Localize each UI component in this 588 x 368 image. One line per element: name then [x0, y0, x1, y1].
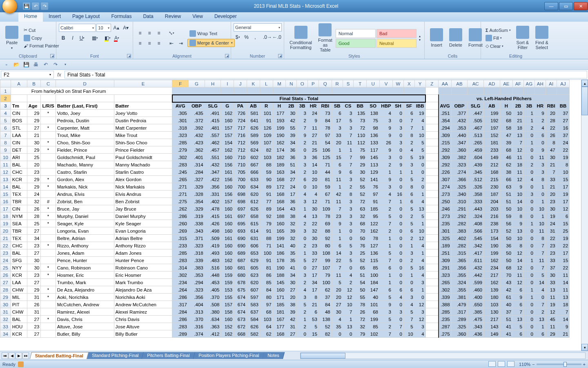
- cell[interactable]: 9: [513, 220, 524, 227]
- cell[interactable]: 160: [221, 227, 234, 235]
- cell[interactable]: *: [41, 183, 56, 191]
- cell[interactable]: 63: [354, 205, 367, 213]
- cell[interactable]: 6: [513, 330, 524, 338]
- cell[interactable]: 17: [557, 198, 570, 205]
- cell[interactable]: 50: [354, 286, 367, 294]
- cell[interactable]: [41, 323, 56, 330]
- cell[interactable]: CHW: [11, 286, 27, 294]
- cell[interactable]: .479: [451, 301, 468, 308]
- column-label[interactable]: HBP: [380, 102, 393, 110]
- cell[interactable]: 4: [392, 294, 403, 301]
- cell[interactable]: 203: [483, 205, 500, 213]
- cell[interactable]: 30: [308, 235, 319, 242]
- cell[interactable]: 19: [546, 213, 557, 220]
- cell[interactable]: 11: [546, 294, 557, 301]
- cell[interactable]: [468, 88, 484, 95]
- cell[interactable]: .566: [468, 227, 484, 235]
- scroll-thumb[interactable]: [581, 87, 588, 115]
- cell[interactable]: 5: [403, 154, 414, 161]
- cell[interactable]: 5: [403, 264, 414, 272]
- cell[interactable]: 91: [260, 117, 273, 124]
- cell[interactable]: .422: [205, 176, 221, 183]
- cell[interactable]: DET: [11, 146, 27, 154]
- cell[interactable]: KCR: [11, 330, 27, 338]
- cell[interactable]: 30: [27, 139, 41, 146]
- cell[interactable]: .285: [172, 249, 189, 257]
- cell[interactable]: 101: [367, 301, 380, 308]
- cell[interactable]: .286: [172, 294, 189, 301]
- cell[interactable]: 7: [343, 154, 354, 161]
- cell[interactable]: 0: [343, 235, 354, 242]
- cell[interactable]: LAA: [11, 279, 27, 286]
- row-header[interactable]: 1: [0, 88, 11, 95]
- cell[interactable]: 27: [557, 117, 570, 124]
- vertical-scrollbar[interactable]: ▴ ▾: [581, 80, 588, 351]
- cell[interactable]: 9: [380, 176, 393, 183]
- cell[interactable]: 0: [392, 235, 403, 242]
- cell[interactable]: Pence, Hunter: [56, 257, 114, 264]
- cell[interactable]: 27: [286, 286, 297, 294]
- cell[interactable]: From harleybk3 on Strat Fan Forum: [11, 88, 172, 95]
- cell[interactable]: 85: [367, 323, 380, 330]
- cell[interactable]: 30: [308, 205, 319, 213]
- row-header[interactable]: 3: [0, 102, 11, 110]
- cell[interactable]: 29: [27, 117, 41, 124]
- cell[interactable]: 24: [546, 220, 557, 227]
- cell[interactable]: 14: [308, 161, 319, 168]
- cell[interactable]: .325: [451, 323, 468, 330]
- cell[interactable]: Matt Carpenter: [114, 124, 172, 132]
- cell[interactable]: 10: [513, 191, 524, 198]
- cell[interactable]: Ramirez, Alexei: [56, 308, 114, 316]
- cell[interactable]: 3: [380, 154, 393, 161]
- cell[interactable]: .271: [172, 191, 189, 198]
- cell[interactable]: 168: [273, 176, 286, 183]
- cell[interactable]: .283: [172, 257, 189, 264]
- cell[interactable]: *: [41, 213, 56, 220]
- column-label[interactable]: Batter: [114, 102, 172, 110]
- cell[interactable]: 153: [221, 286, 234, 294]
- cell[interactable]: 152: [221, 323, 234, 330]
- cell[interactable]: [425, 139, 438, 146]
- cell[interactable]: 1: [535, 198, 546, 205]
- cell[interactable]: [380, 88, 393, 95]
- cell[interactable]: MIL: [11, 294, 27, 301]
- cell[interactable]: 25: [308, 146, 319, 154]
- cell[interactable]: .302: [172, 154, 189, 161]
- cell[interactable]: 14: [513, 257, 524, 264]
- cell[interactable]: 3: [343, 205, 354, 213]
- cell[interactable]: 7: [535, 249, 546, 257]
- bold-button[interactable]: B: [59, 34, 68, 43]
- cell[interactable]: .333: [468, 198, 484, 205]
- cell[interactable]: .294: [189, 279, 205, 286]
- cell[interactable]: McCutchen, Andrew: [56, 301, 114, 308]
- cell[interactable]: 36: [286, 198, 297, 205]
- cell[interactable]: [425, 176, 438, 183]
- scroll-down-button[interactable]: ▾: [581, 344, 588, 351]
- cell[interactable]: 0: [523, 132, 535, 139]
- col-header[interactable]: AG: [523, 80, 535, 88]
- cell[interactable]: 17: [286, 191, 297, 198]
- cell[interactable]: 10: [535, 220, 546, 227]
- cell[interactable]: 2: [380, 227, 393, 235]
- cell[interactable]: 4: [297, 191, 308, 198]
- cell[interactable]: 20: [308, 176, 319, 183]
- cell[interactable]: .338: [189, 220, 205, 227]
- cell[interactable]: 3: [535, 168, 546, 176]
- cell[interactable]: 20: [332, 286, 343, 294]
- cell[interactable]: 99: [318, 257, 332, 264]
- cell[interactable]: 40: [367, 294, 380, 301]
- cell[interactable]: Jay Bruce: [114, 205, 172, 213]
- cell[interactable]: 109: [260, 132, 273, 139]
- cell[interactable]: .419: [205, 242, 221, 249]
- cell[interactable]: 23: [27, 242, 41, 249]
- cell[interactable]: .345: [468, 168, 484, 176]
- cell[interactable]: 39: [286, 308, 297, 316]
- cell[interactable]: 0: [523, 183, 535, 191]
- cell[interactable]: 10: [343, 301, 354, 308]
- cell[interactable]: Elvis Andrus: [114, 191, 172, 198]
- cell[interactable]: .442: [468, 272, 484, 279]
- cell[interactable]: 12: [513, 249, 524, 257]
- cell[interactable]: 38: [500, 168, 513, 176]
- cell[interactable]: *: [41, 176, 56, 183]
- cell[interactable]: 108: [318, 249, 332, 257]
